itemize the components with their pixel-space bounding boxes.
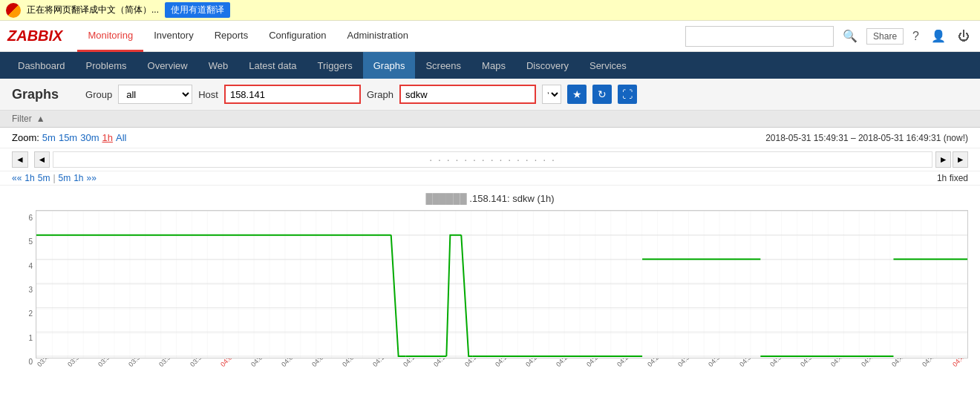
x-label: 04:36: [768, 358, 793, 376]
y-label-6: 6: [12, 214, 33, 222]
user-icon-btn[interactable]: 👤: [928, 26, 949, 46]
graph-area: ██████ .158.141: sdkw (1h) 6 5 4 3 2 1 0: [0, 186, 980, 388]
x-label: 04:08: [341, 358, 365, 376]
filter-toggle-bar: Filter ▲: [0, 111, 980, 128]
subnav-latest-data[interactable]: Latest data: [238, 52, 307, 79]
nav-item-administration[interactable]: Administration: [337, 21, 419, 52]
subnav-web[interactable]: Web: [198, 52, 239, 79]
step-fixed-display: 1h fixed: [937, 173, 968, 183]
subnav-discovery[interactable]: Discovery: [516, 52, 579, 79]
zoom-5m[interactable]: 5m: [42, 132, 56, 143]
nav-timeline: · · · · · · · · · · · · · · ·: [53, 151, 932, 168]
subnav-graphs[interactable]: Graphs: [363, 52, 416, 79]
step-fixed-val: 1h: [937, 173, 947, 183]
zoom-label: Zoom:: [12, 132, 39, 143]
x-label: 04:02: [249, 358, 274, 376]
top-nav: ZABBIX Monitoring Inventory Reports Conf…: [0, 21, 980, 52]
share-button[interactable]: Share: [866, 28, 904, 45]
x-label: 04:30: [676, 358, 701, 376]
top-nav-right: 🔍 Share ? 👤 ⏻: [685, 26, 973, 47]
nav-item-inventory[interactable]: Inventory: [143, 21, 203, 52]
nav-right-outer[interactable]: ►: [953, 151, 968, 168]
refresh-button[interactable]: ↻: [592, 85, 612, 104]
zoom-1h[interactable]: 1h: [102, 132, 113, 143]
help-icon-btn[interactable]: ?: [909, 27, 922, 46]
x-label: 03:50: [66, 358, 91, 376]
chart-svg: [36, 210, 968, 358]
y-label-0: 0: [12, 358, 33, 366]
graph-title: ██████ .158.141: sdkw (1h): [12, 193, 968, 204]
x-label: 03:58: [189, 358, 213, 376]
group-select[interactable]: all: [118, 85, 192, 104]
graph-label: Graph: [367, 89, 393, 100]
x-label: 04:16: [463, 358, 488, 376]
time-range-display: 2018-05-31 15:49:31 – 2018-05-31 16:49:3…: [765, 133, 968, 143]
subnav-overview[interactable]: Overview: [137, 52, 198, 79]
host-input[interactable]: [224, 85, 361, 104]
translate-button[interactable]: 使用有道翻译: [165, 2, 230, 18]
subnav-dashboard[interactable]: Dashboard: [7, 52, 76, 79]
step-right-double[interactable]: »»: [87, 173, 97, 183]
svg-rect-0: [36, 211, 967, 358]
zoom-all[interactable]: All: [116, 132, 126, 143]
nav-item-monitoring[interactable]: Monitoring: [77, 21, 143, 52]
x-label: 04:20: [524, 358, 549, 376]
main-nav: Monitoring Inventory Reports Configurati…: [77, 21, 685, 52]
zoom-15m[interactable]: 15m: [59, 132, 77, 143]
subnav-services[interactable]: Services: [579, 52, 637, 79]
nav-item-reports[interactable]: Reports: [204, 21, 259, 52]
power-icon-btn[interactable]: ⏻: [955, 27, 973, 46]
zoom-controls: Zoom: 5m 15m 30m 1h All: [12, 132, 126, 143]
x-label: 04:18: [494, 358, 518, 376]
x-label: 04:26: [615, 358, 640, 376]
step-left-double[interactable]: ««: [12, 173, 22, 183]
nav-center-area: ◄ · · · · · · · · · · · · · · · ► ►: [34, 151, 968, 168]
subnav-problems[interactable]: Problems: [76, 52, 137, 79]
search-input[interactable]: [685, 26, 834, 47]
zoom-bar: Zoom: 5m 15m 30m 1h All 2018-05-31 15:49…: [0, 128, 980, 148]
subnav-triggers[interactable]: Triggers: [307, 52, 363, 79]
step-1h-right[interactable]: 1h: [74, 173, 83, 183]
subnav-maps[interactable]: Maps: [471, 52, 516, 79]
graph-dropdown[interactable]: ▼: [542, 85, 561, 104]
nav-dots: · · · · · · · · · · · · · · ·: [429, 154, 556, 166]
zabbix-logo: ZABBIX: [7, 27, 62, 45]
host-label: Host: [198, 89, 218, 100]
x-label: 04:40: [829, 358, 854, 376]
group-label: Group: [85, 89, 112, 100]
y-label-1: 1: [12, 334, 33, 342]
page-header: Graphs Group all Host Graph ▼ ★ ↻ ⛶: [0, 79, 980, 111]
x-label: 04:14: [432, 358, 457, 376]
step-separator: |: [53, 173, 55, 183]
google-logo: [6, 3, 21, 18]
favorite-button[interactable]: ★: [567, 85, 587, 104]
step-links-bar: «« 1h 5m | 5m 1h »» 1h fixed: [0, 171, 980, 186]
nav-center-left[interactable]: ◄: [34, 151, 50, 168]
fullscreen-button[interactable]: ⛶: [618, 85, 637, 104]
step-1h-left[interactable]: 1h: [24, 173, 34, 183]
graph-title-host: .158.141: sdkw (1h): [469, 193, 554, 204]
step-5m-right[interactable]: 5m: [59, 173, 71, 183]
page-title: Graphs: [12, 87, 59, 102]
y-axis-labels: 6 5 4 3 2 1 0: [12, 210, 36, 381]
nav-center-right[interactable]: ►: [935, 151, 951, 168]
x-label: 04:44: [890, 358, 915, 376]
x-label: 04:42: [860, 358, 884, 376]
search-icon-btn[interactable]: 🔍: [840, 26, 860, 46]
nav-item-configuration[interactable]: Configuration: [258, 21, 336, 52]
zoom-30m[interactable]: 30m: [80, 132, 99, 143]
filter-toggle-arrow[interactable]: ▲: [36, 114, 45, 124]
x-label: 04:04: [280, 358, 304, 376]
x-label: 04:10: [371, 358, 396, 376]
x-label: 04:12: [402, 358, 426, 376]
x-label: 03:56: [157, 358, 182, 376]
graph-input[interactable]: [399, 85, 536, 104]
x-label: 04:32: [707, 358, 731, 376]
step-5m-left[interactable]: 5m: [38, 173, 50, 183]
x-label: 03:48: [36, 358, 60, 376]
y-label-5: 5: [12, 237, 33, 246]
nav-left-button[interactable]: ◄: [12, 151, 28, 168]
subnav-screens[interactable]: Screens: [415, 52, 471, 79]
x-label: 04:38: [799, 358, 823, 376]
filter-toggle-label: Filter: [12, 114, 32, 124]
